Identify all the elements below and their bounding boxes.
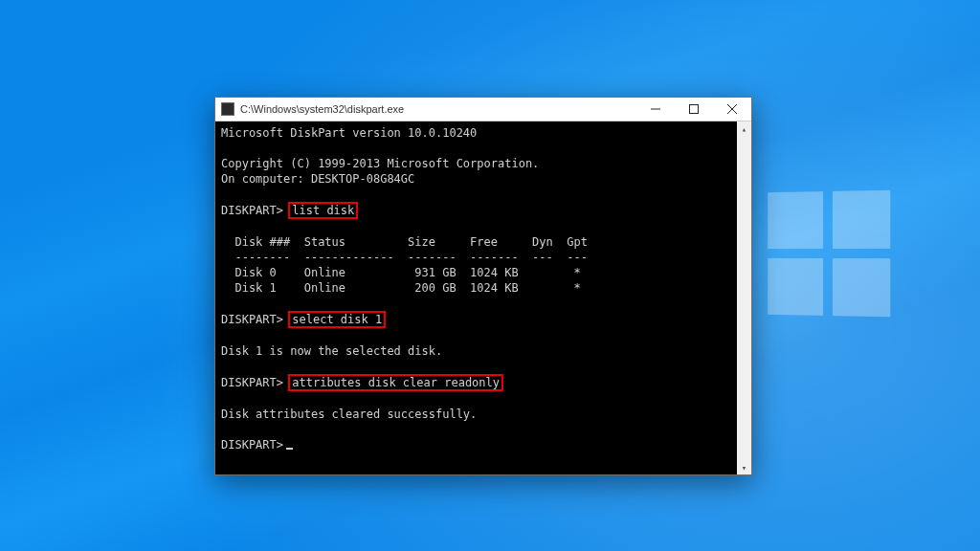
- highlight-select-disk: select disk 1: [288, 311, 386, 328]
- app-icon: [221, 102, 234, 116]
- maximize-button[interactable]: [675, 98, 713, 121]
- scroll-down-icon[interactable]: ▾: [737, 460, 751, 474]
- version-line: Microsoft DiskPart version 10.0.10240: [221, 125, 746, 141]
- highlight-attr-clear: attributes disk clear readonly: [288, 374, 503, 391]
- cmd-select-disk: DISKPART> select disk 1: [221, 311, 746, 328]
- scroll-up-icon[interactable]: ▴: [737, 121, 751, 136]
- cmd-attr-clear: DISKPART> attributes disk clear readonly: [221, 374, 746, 391]
- minimize-button[interactable]: [636, 98, 675, 121]
- resp-select: Disk 1 is now the selected disk.: [221, 343, 746, 359]
- disk-table-row: Disk 1 Online 200 GB 1024 KB *: [221, 280, 746, 296]
- titlebar[interactable]: C:\Windows\system32\diskpart.exe: [215, 98, 751, 121]
- windows-logo-icon: [768, 190, 890, 317]
- console-output[interactable]: Microsoft DiskPart version 10.0.10240 Co…: [215, 121, 751, 474]
- close-button[interactable]: [713, 98, 751, 121]
- disk-table-row: Disk 0 Online 931 GB 1024 KB *: [221, 265, 746, 280]
- window-title: C:\Windows\system32\diskpart.exe: [240, 103, 404, 115]
- disk-table-header: Disk ### Status Size Free Dyn Gpt: [221, 234, 746, 250]
- resp-attr: Disk attributes cleared successfully.: [221, 407, 746, 422]
- console-window: C:\Windows\system32\diskpart.exe Microso…: [214, 97, 752, 475]
- text-cursor: [286, 448, 293, 450]
- highlight-list-disk: list disk: [288, 202, 358, 219]
- copyright-line: Copyright (C) 1999-2013 Microsoft Corpor…: [221, 156, 746, 171]
- disk-table-divider: -------- ------------- ------- ------- -…: [221, 250, 746, 265]
- computer-line: On computer: DESKTOP-08G84GC: [221, 171, 746, 187]
- vertical-scrollbar[interactable]: ▴ ▾: [737, 121, 751, 474]
- prompt-idle: DISKPART>: [221, 437, 746, 452]
- svg-rect-0: [690, 105, 699, 114]
- cmd-list-disk: DISKPART> list disk: [221, 202, 746, 219]
